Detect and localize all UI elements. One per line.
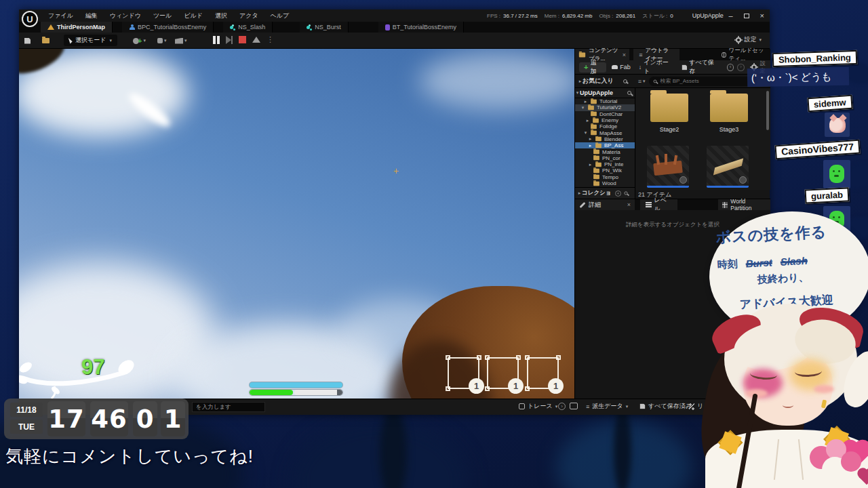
tree-item[interactable]: Materia [575,148,635,155]
tree-item[interactable]: ▾MapAsse [575,129,635,136]
derived-data-dropdown[interactable]: ≡ 派生データ ▾ [586,402,628,411]
filter-icon[interactable]: ≡ [638,78,642,85]
asset-tabbar: ThirdPersonMap BPC_TutorialBossEnemy NS_… [19,22,770,33]
tree-item[interactable]: ▾TuturialV2 [575,104,635,110]
clock-seconds-tens: 0 [133,401,157,436]
fps-value: 36.7 / 27.2 ms [503,13,538,19]
save-all-button[interactable]: すべて保存 [682,58,719,76]
add-collection-button[interactable]: + [615,190,621,197]
greeting-banner: ('・ω・`)< どうも [747,67,849,87]
search-icon [627,91,631,95]
add-actor-dropdown[interactable]: + ▾ [133,35,146,47]
folder-tree: ▾ UpUpApple ▸Tutorial ▾TuturialV2 DontCh… [575,88,635,187]
menu-edit[interactable]: 編集 [79,9,104,22]
frame-skip-button[interactable] [226,36,233,44]
tree-item[interactable]: ▸PN_inte [575,161,635,167]
menu-help[interactable]: ヘルプ [264,9,296,22]
tab-bt-tutorialbossenemy[interactable]: BT_TutorialBossEnemy [378,22,464,33]
add-button[interactable]: + 追加 [579,62,606,73]
tab-ns-burst[interactable]: NS_Burst [300,22,349,33]
close-button[interactable]: × [760,12,764,20]
back-button[interactable]: ‹ [727,64,734,71]
maximize-button[interactable] [744,14,749,18]
asset-folder-stage2[interactable]: Stage2 [646,94,693,133]
content-drawer-button[interactable] [42,35,50,47]
stamina-bar [250,390,342,395]
menu-actor[interactable]: アクタ [233,9,264,22]
blueprints-dropdown[interactable]: ▾ [157,35,167,47]
search-icon[interactable] [623,79,627,83]
stop-button[interactable] [239,36,246,43]
menu-window[interactable]: ウィンドウ [104,9,147,22]
tree-item[interactable]: Folidge [575,123,635,129]
forward-button[interactable]: › [737,64,745,71]
item-slot: 1 [527,357,559,389]
asset-tile-mesh[interactable] [707,146,749,188]
tab-bpc-tutorialbossenemy[interactable]: BPC_TutorialBossEnemy [122,22,214,33]
menu-build[interactable]: ビルド [178,9,209,22]
tree-item[interactable]: PN_Wik [575,167,635,174]
level-viewport[interactable]: + 97 1 [19,49,574,399]
tree-root[interactable]: ▾ UpUpApple [575,88,635,98]
tab-thirdpersonmap[interactable]: ThirdPersonMap [41,22,113,33]
clock-date: 11/18 [10,403,43,417]
asset-tile-mesh[interactable] [647,146,689,188]
search-box[interactable] [649,77,757,86]
all-saved-button[interactable]: すべて保存済み [639,402,692,411]
ranking-label: Shobon_Ranking [772,50,858,67]
tree-item[interactable]: Wood [575,180,635,186]
stall-label: ストール : [642,12,667,20]
tree-item-selected[interactable]: ▸BP_Ass [575,142,635,148]
save-button[interactable] [24,35,31,47]
bubble-line-3: 技終わり、 [757,268,865,286]
eject-button[interactable] [252,37,260,43]
tree-item[interactable]: ▸Tutorial [575,98,635,104]
menu-file[interactable]: ファイル [42,9,79,22]
flower-decoration [806,439,868,488]
asset-folder-stage3[interactable]: Stage3 [705,94,753,133]
plus-icon: + [138,37,142,45]
trace-dropdown[interactable]: トレース ▾ [519,402,557,411]
asset-type-bar [707,186,749,188]
pause-button[interactable] [213,36,220,44]
menu-tools[interactable]: ツール [147,9,178,22]
close-tab-icon[interactable]: × [627,201,631,208]
tree-item[interactable]: DontChar [575,111,635,117]
background-kelp [614,407,631,488]
cinematics-dropdown[interactable]: ▾ [175,35,187,47]
tab-world-settings[interactable]: ワールドセッティ... [717,49,770,60]
tab-details[interactable]: 詳細 × [575,199,635,211]
slot-count-badge: 1 [548,378,564,394]
favorites-label[interactable]: お気に入り [583,77,614,85]
import-button[interactable]: ↓ インポート [639,58,673,76]
tab-world-partition[interactable]: World Partition [718,199,770,211]
select-mode-dropdown[interactable]: 選択モード ▾ [64,35,117,46]
save-icon [24,38,31,44]
tree-item[interactable]: PN_cor [575,155,635,161]
minimize-button[interactable]: – [728,12,732,20]
tree-item[interactable]: ▸Blender [575,136,635,142]
clock-minutes: 46 [90,401,128,436]
fps-label: FPS : [487,13,500,19]
viewport-settings-dropdown[interactable]: 設定 ▾ [736,35,762,44]
scrollbar[interactable] [766,91,769,130]
insights-button[interactable]: › [558,403,566,410]
levels-icon [646,202,652,207]
tree-item[interactable]: Tempo [575,174,635,180]
mem-label: Mem : [545,13,559,19]
menu-select[interactable]: 選択 [209,9,233,22]
collections-bar[interactable]: ▸ コレクショ + [575,187,635,199]
fab-button[interactable]: Fab [612,64,631,70]
viewer-avatar-blob [823,160,850,188]
screenshot-button[interactable] [570,403,578,409]
play-options-menu[interactable]: ⋮ [267,35,274,44]
console-input-box[interactable]: を入力します [192,402,265,412]
asset-search-input[interactable] [660,78,741,84]
tab-levels[interactable]: レベル [640,199,677,211]
tab-content-browser[interactable]: コンテンツブラ... × [575,49,629,60]
plus-icon: + [584,63,588,71]
close-tab-icon[interactable]: × [623,52,626,58]
tab-ns-slash[interactable]: NS_Slash [223,22,273,33]
tree-item[interactable]: ▸Enemy [575,117,635,123]
objs-label: Objs : [599,13,613,19]
